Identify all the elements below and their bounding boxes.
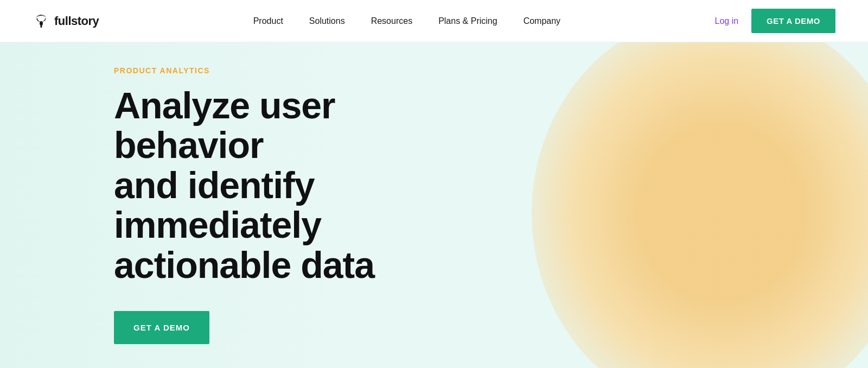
hero-eyebrow: PRODUCT ANALYTICS	[114, 66, 423, 75]
get-demo-button-header[interactable]: GET A DEMO	[751, 9, 835, 33]
nav-item-solutions[interactable]: Solutions	[309, 16, 345, 26]
main-nav: Product Solutions Resources Plans & Pric…	[253, 16, 560, 26]
nav-item-product[interactable]: Product	[253, 16, 283, 26]
hero-headline-line2: and identify	[114, 164, 315, 206]
hero-headline: Analyze user behavior and identify immed…	[114, 86, 423, 285]
svg-rect-1	[41, 24, 42, 28]
nav-item-company[interactable]: Company	[524, 16, 560, 26]
hero-headline-line1: Analyze user behavior	[114, 85, 335, 166]
nav-item-plans-pricing[interactable]: Plans & Pricing	[438, 16, 497, 26]
get-demo-button-hero[interactable]: GET A DEMO	[114, 311, 209, 344]
hero-bg-gradient	[532, 42, 868, 368]
site-header: fullstory Product Solutions Resources Pl…	[0, 0, 868, 42]
login-link[interactable]: Log in	[715, 16, 739, 26]
hero-section: PRODUCT ANALYTICS Analyze user behavior …	[0, 42, 868, 368]
header-actions: Log in GET A DEMO	[715, 9, 835, 33]
nav-item-resources[interactable]: Resources	[371, 16, 412, 26]
hero-content: PRODUCT ANALYTICS Analyze user behavior …	[0, 66, 423, 344]
logo[interactable]: fullstory	[33, 14, 99, 29]
hero-headline-line3: immediately	[114, 204, 321, 245]
logo-wordmark: fullstory	[54, 14, 99, 28]
hero-headline-line4: actionable data	[114, 244, 374, 285]
fullstory-logo-icon	[33, 14, 50, 29]
